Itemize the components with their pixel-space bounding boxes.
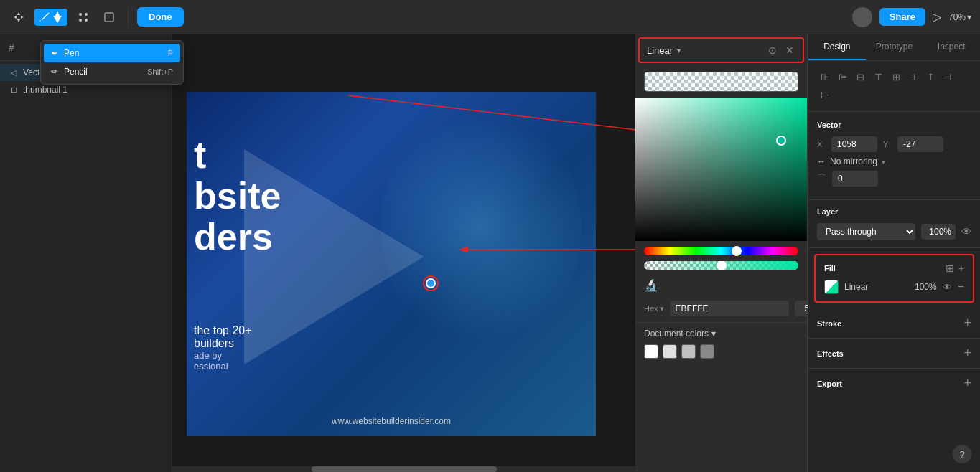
align-left-button[interactable]: ⊪ xyxy=(817,70,832,85)
vector-section-title: Vector xyxy=(817,121,971,129)
move-tool-button[interactable] xyxy=(9,9,29,26)
canvas-url: www.websitebuilderinsider.com xyxy=(332,416,451,426)
angle-icon: ⌒ xyxy=(817,172,826,185)
y-label: Y xyxy=(883,140,892,148)
fill-visibility-button[interactable]: 👁 xyxy=(943,282,952,293)
canvas-text-large: tbsiteders xyxy=(194,135,281,258)
vector-layer-icon: ◁ xyxy=(9,67,19,77)
toolbar-right: Share ▷ 70% ▾ xyxy=(852,7,971,27)
cp-alpha-slider[interactable] xyxy=(644,261,798,270)
angle-input[interactable] xyxy=(832,171,878,187)
fill-grid-button[interactable]: ⊞ xyxy=(946,263,954,274)
swatch-white[interactable] xyxy=(644,344,658,359)
cp-doc-colors-label[interactable]: Document colors ▾ xyxy=(644,329,798,339)
x-label: X xyxy=(817,140,826,148)
tab-prototype[interactable]: Prototype xyxy=(866,34,923,60)
help-button[interactable]: ? xyxy=(953,445,971,463)
color-picker-panel: Linear ▾ ⊙ ✕ 🔬 xyxy=(635,34,808,472)
pencil-tool-menu-item[interactable]: ✏ Pencil Shift+P xyxy=(44,62,180,81)
main-toolbar: Done Share ▷ 70% ▾ xyxy=(0,0,980,34)
cp-swatches xyxy=(644,344,798,359)
export-add-button[interactable]: + xyxy=(963,376,971,391)
layer-blend-row: Pass through 👁 xyxy=(817,223,971,240)
cp-gradient-area[interactable] xyxy=(635,98,807,241)
tidy-button[interactable]: ⊢ xyxy=(817,88,832,103)
fill-section: Fill ⊞ + Linear 100% 👁 − xyxy=(814,254,974,303)
mirroring-chevron-icon: ▾ xyxy=(882,158,885,166)
cp-header: Linear ▾ ⊙ ✕ xyxy=(638,37,804,63)
stroke-add-button[interactable]: + xyxy=(963,316,971,331)
svg-point-0 xyxy=(79,13,82,16)
svg-point-3 xyxy=(85,19,88,22)
layer-visibility-button[interactable]: 👁 xyxy=(961,226,971,237)
image-layer-icon: ⊡ xyxy=(9,85,19,95)
left-sidebar: # 🔍 ◁ Vector 1 ⊡ thumbnail 1 xyxy=(0,34,172,472)
layer-opacity-input[interactable] xyxy=(921,224,956,240)
layer-section: Layer Pass through 👁 xyxy=(808,200,980,248)
cp-close-button[interactable]: ✕ xyxy=(784,43,795,57)
swatch-light-gray[interactable] xyxy=(663,344,677,359)
done-button[interactable]: Done xyxy=(137,7,184,27)
distribute-v-button[interactable]: ⊣ xyxy=(940,70,955,85)
help-row: ? xyxy=(808,398,980,410)
cp-settings-icon-button[interactable]: ⊙ xyxy=(767,43,778,57)
tab-design[interactable]: Design xyxy=(808,34,866,60)
align-center-h-button[interactable]: ⊫ xyxy=(835,70,850,85)
fill-add-button[interactable]: + xyxy=(958,263,964,274)
cp-document-colors: Document colors ▾ xyxy=(635,322,807,364)
tab-inspect[interactable]: Inspect xyxy=(923,34,980,60)
align-top-button[interactable]: ⊤ xyxy=(871,70,886,85)
vector-xy-row: X Y xyxy=(817,136,971,152)
cp-doc-chevron-icon: ▾ xyxy=(711,329,716,339)
vector-point-circle-mid xyxy=(423,275,439,291)
mirroring-arrows-icon: ↔ xyxy=(817,156,826,166)
pen-tool-button[interactable] xyxy=(34,9,67,26)
align-bottom-button[interactable]: ⊥ xyxy=(907,70,922,85)
swatch-mid-gray[interactable] xyxy=(681,344,696,359)
x-input[interactable] xyxy=(831,136,877,152)
node-tool-button[interactable] xyxy=(73,9,93,26)
pen-menu-icon: ✒ xyxy=(51,48,58,58)
pen-menu-label: Pen xyxy=(64,48,79,58)
distribute-h-button[interactable]: ⊺ xyxy=(925,70,937,85)
layer-section-title: Layer xyxy=(817,207,971,216)
canvas-area[interactable]: tbsiteders the top 20+builders ade byess… xyxy=(172,34,635,472)
scrollbar-thumb[interactable] xyxy=(312,466,497,472)
canvas-horizontal-scrollbar[interactable] xyxy=(172,466,635,472)
export-title: Export xyxy=(817,379,842,388)
cp-eyedropper-row: 🔬 xyxy=(635,273,807,298)
blend-mode-select[interactable]: Pass through xyxy=(817,223,915,240)
fill-remove-button[interactable]: − xyxy=(958,280,964,293)
svg-point-1 xyxy=(85,13,88,16)
pen-tool-menu-item[interactable]: ✒ Pen P xyxy=(44,44,180,62)
zoom-control[interactable]: 70% ▾ xyxy=(948,12,971,22)
mirroring-row[interactable]: ↔ No mirroring ▾ xyxy=(817,156,971,166)
fill-header: Fill ⊞ + xyxy=(824,263,964,274)
align-right-button[interactable]: ⊟ xyxy=(853,70,868,85)
right-panel: Design Prototype Inspect ⊪ ⊫ ⊟ ⊤ ⊞ ⊥ ⊺ ⊣… xyxy=(808,34,980,472)
eyedropper-button[interactable]: 🔬 xyxy=(644,278,658,292)
share-button[interactable]: Share xyxy=(879,8,925,26)
stroke-title: Stroke xyxy=(817,319,841,328)
fill-type-label: Linear xyxy=(844,282,909,292)
fill-row: Linear 100% 👁 − xyxy=(824,280,964,294)
canvas-text-medium: the top 20+builders xyxy=(194,324,252,350)
fill-actions: ⊞ + xyxy=(946,263,964,274)
rp-tabs: Design Prototype Inspect xyxy=(808,34,980,61)
cp-title: Linear xyxy=(647,45,673,56)
align-center-v-button[interactable]: ⊞ xyxy=(889,70,904,85)
cp-hex-input[interactable] xyxy=(670,301,789,316)
fill-swatch[interactable] xyxy=(824,280,839,294)
swatch-dark-gray[interactable] xyxy=(700,344,714,359)
pen-shortcut: P xyxy=(168,49,173,57)
effects-add-button[interactable]: + xyxy=(963,346,971,361)
grid-icon-button[interactable]: # xyxy=(6,39,17,56)
svg-rect-4 xyxy=(105,13,113,22)
shape-tool-button[interactable] xyxy=(99,9,119,26)
stroke-section: Stroke + xyxy=(808,308,980,339)
cp-hex-label[interactable]: Hex ▾ xyxy=(644,304,664,313)
y-input[interactable] xyxy=(897,136,943,152)
play-button[interactable]: ▷ xyxy=(933,10,941,24)
cp-hue-slider[interactable] xyxy=(644,247,798,255)
cp-alpha-thumb xyxy=(717,261,727,270)
